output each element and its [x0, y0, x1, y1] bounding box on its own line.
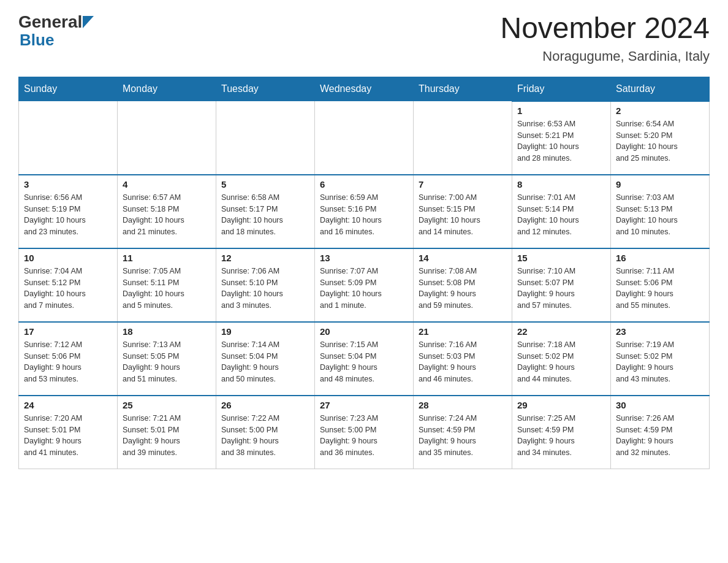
day-number: 1 — [517, 105, 605, 116]
day-number: 28 — [419, 400, 507, 410]
day-number: 7 — [419, 179, 507, 190]
day-info: Sunrise: 6:57 AMSunset: 5:18 PMDaylight:… — [123, 192, 211, 238]
day-number: 6 — [320, 179, 408, 190]
calendar-day-cell: 29Sunrise: 7:25 AMSunset: 4:59 PMDayligh… — [512, 396, 611, 469]
day-number: 18 — [123, 326, 211, 337]
weekday-header-sunday: Sunday — [19, 77, 118, 101]
day-number: 26 — [221, 400, 309, 410]
day-info: Sunrise: 7:23 AMSunset: 5:00 PMDaylight:… — [320, 413, 408, 459]
day-number: 11 — [123, 253, 211, 263]
day-number: 12 — [221, 253, 309, 263]
logo: General Blue — [18, 12, 94, 50]
calendar-day-cell — [19, 101, 118, 175]
weekday-header-monday: Monday — [118, 77, 216, 101]
calendar-day-cell: 24Sunrise: 7:20 AMSunset: 5:01 PMDayligh… — [19, 396, 118, 469]
day-info: Sunrise: 7:07 AMSunset: 5:09 PMDaylight:… — [320, 266, 408, 312]
day-info: Sunrise: 7:24 AMSunset: 4:59 PMDaylight:… — [419, 413, 507, 459]
calendar-day-cell: 6Sunrise: 6:59 AMSunset: 5:16 PMDaylight… — [315, 175, 414, 248]
day-info: Sunrise: 6:58 AMSunset: 5:17 PMDaylight:… — [221, 192, 309, 238]
calendar-day-cell: 17Sunrise: 7:12 AMSunset: 5:06 PMDayligh… — [19, 322, 118, 396]
calendar-day-cell: 12Sunrise: 7:06 AMSunset: 5:10 PMDayligh… — [216, 248, 315, 322]
day-number: 22 — [517, 326, 605, 337]
calendar-day-cell: 9Sunrise: 7:03 AMSunset: 5:13 PMDaylight… — [611, 175, 710, 248]
page-header: General Blue November 2024 Noragugume, S… — [18, 12, 710, 64]
calendar-day-cell: 22Sunrise: 7:18 AMSunset: 5:02 PMDayligh… — [512, 322, 611, 396]
calendar-day-cell: 28Sunrise: 7:24 AMSunset: 4:59 PMDayligh… — [414, 396, 512, 469]
calendar-day-cell: 10Sunrise: 7:04 AMSunset: 5:12 PMDayligh… — [19, 248, 118, 322]
day-number: 29 — [517, 400, 605, 410]
calendar-day-cell: 1Sunrise: 6:53 AMSunset: 5:21 PMDaylight… — [512, 101, 611, 175]
logo-blue-text: Blue — [20, 31, 54, 49]
calendar-day-cell: 5Sunrise: 6:58 AMSunset: 5:17 PMDaylight… — [216, 175, 315, 248]
day-number: 21 — [419, 326, 507, 337]
calendar-day-cell — [315, 101, 414, 175]
day-info: Sunrise: 7:08 AMSunset: 5:08 PMDaylight:… — [419, 266, 507, 312]
day-number: 20 — [320, 326, 408, 337]
calendar-day-cell: 23Sunrise: 7:19 AMSunset: 5:02 PMDayligh… — [611, 322, 710, 396]
calendar-header: SundayMondayTuesdayWednesdayThursdayFrid… — [19, 77, 710, 101]
day-info: Sunrise: 7:18 AMSunset: 5:02 PMDaylight:… — [517, 339, 605, 385]
day-number: 3 — [24, 179, 112, 190]
calendar-day-cell: 19Sunrise: 7:14 AMSunset: 5:04 PMDayligh… — [216, 322, 315, 396]
day-info: Sunrise: 7:13 AMSunset: 5:05 PMDaylight:… — [123, 339, 211, 385]
calendar-week-row: 17Sunrise: 7:12 AMSunset: 5:06 PMDayligh… — [19, 322, 710, 396]
calendar-week-row: 1Sunrise: 6:53 AMSunset: 5:21 PMDaylight… — [19, 101, 710, 175]
day-info: Sunrise: 6:54 AMSunset: 5:20 PMDaylight:… — [616, 118, 704, 164]
weekday-row: SundayMondayTuesdayWednesdayThursdayFrid… — [19, 77, 710, 101]
day-number: 23 — [616, 326, 704, 337]
month-title: November 2024 — [500, 12, 710, 45]
day-number: 10 — [24, 253, 112, 263]
day-info: Sunrise: 7:14 AMSunset: 5:04 PMDaylight:… — [221, 339, 309, 385]
title-area: November 2024 Noragugume, Sardinia, Ital… — [500, 12, 710, 64]
calendar-day-cell: 30Sunrise: 7:26 AMSunset: 4:59 PMDayligh… — [611, 396, 710, 469]
day-number: 25 — [123, 400, 211, 410]
day-info: Sunrise: 7:12 AMSunset: 5:06 PMDaylight:… — [24, 339, 112, 385]
day-info: Sunrise: 7:21 AMSunset: 5:01 PMDaylight:… — [123, 413, 211, 459]
logo-general-text: General — [18, 12, 82, 32]
day-info: Sunrise: 7:06 AMSunset: 5:10 PMDaylight:… — [221, 266, 309, 312]
day-info: Sunrise: 7:26 AMSunset: 4:59 PMDaylight:… — [616, 413, 704, 459]
day-info: Sunrise: 7:04 AMSunset: 5:12 PMDaylight:… — [24, 266, 112, 312]
calendar-day-cell: 2Sunrise: 6:54 AMSunset: 5:20 PMDaylight… — [611, 101, 710, 175]
calendar-day-cell — [216, 101, 315, 175]
day-number: 15 — [517, 253, 605, 263]
calendar-day-cell: 8Sunrise: 7:01 AMSunset: 5:14 PMDaylight… — [512, 175, 611, 248]
calendar-table: SundayMondayTuesdayWednesdayThursdayFrid… — [18, 77, 710, 470]
day-info: Sunrise: 7:15 AMSunset: 5:04 PMDaylight:… — [320, 339, 408, 385]
calendar-day-cell — [414, 101, 512, 175]
weekday-header-saturday: Saturday — [611, 77, 710, 101]
day-number: 4 — [123, 179, 211, 190]
day-info: Sunrise: 7:01 AMSunset: 5:14 PMDaylight:… — [517, 192, 605, 238]
day-number: 5 — [221, 179, 309, 190]
logo-triangle-icon — [83, 16, 94, 28]
day-number: 27 — [320, 400, 408, 410]
day-number: 30 — [616, 400, 704, 410]
day-info: Sunrise: 7:03 AMSunset: 5:13 PMDaylight:… — [616, 192, 704, 238]
calendar-week-row: 24Sunrise: 7:20 AMSunset: 5:01 PMDayligh… — [19, 396, 710, 469]
day-number: 9 — [616, 179, 704, 190]
day-info: Sunrise: 7:00 AMSunset: 5:15 PMDaylight:… — [419, 192, 507, 238]
day-info: Sunrise: 6:56 AMSunset: 5:19 PMDaylight:… — [24, 192, 112, 238]
calendar-week-row: 3Sunrise: 6:56 AMSunset: 5:19 PMDaylight… — [19, 175, 710, 248]
day-number: 19 — [221, 326, 309, 337]
svg-marker-0 — [83, 16, 94, 28]
location-title: Noragugume, Sardinia, Italy — [500, 48, 710, 64]
day-number: 2 — [616, 105, 704, 116]
weekday-header-thursday: Thursday — [414, 77, 512, 101]
day-info: Sunrise: 7:22 AMSunset: 5:00 PMDaylight:… — [221, 413, 309, 459]
day-info: Sunrise: 7:10 AMSunset: 5:07 PMDaylight:… — [517, 266, 605, 312]
day-number: 14 — [419, 253, 507, 263]
calendar-day-cell: 3Sunrise: 6:56 AMSunset: 5:19 PMDaylight… — [19, 175, 118, 248]
calendar-day-cell: 26Sunrise: 7:22 AMSunset: 5:00 PMDayligh… — [216, 396, 315, 469]
calendar-day-cell: 15Sunrise: 7:10 AMSunset: 5:07 PMDayligh… — [512, 248, 611, 322]
calendar-day-cell: 4Sunrise: 6:57 AMSunset: 5:18 PMDaylight… — [118, 175, 216, 248]
day-number: 17 — [24, 326, 112, 337]
day-info: Sunrise: 7:16 AMSunset: 5:03 PMDaylight:… — [419, 339, 507, 385]
day-number: 8 — [517, 179, 605, 190]
weekday-header-friday: Friday — [512, 77, 611, 101]
day-info: Sunrise: 7:20 AMSunset: 5:01 PMDaylight:… — [24, 413, 112, 459]
weekday-header-wednesday: Wednesday — [315, 77, 414, 101]
calendar-day-cell: 20Sunrise: 7:15 AMSunset: 5:04 PMDayligh… — [315, 322, 414, 396]
calendar-day-cell: 18Sunrise: 7:13 AMSunset: 5:05 PMDayligh… — [118, 322, 216, 396]
weekday-header-tuesday: Tuesday — [216, 77, 315, 101]
